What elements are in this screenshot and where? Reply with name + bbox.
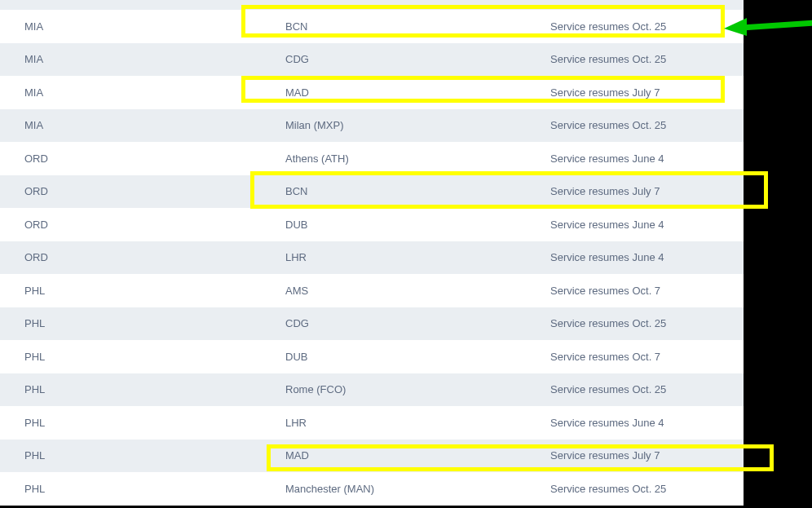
origin-cell: MIA xyxy=(0,20,285,33)
status-cell: Service resumes Oct. 25 xyxy=(550,53,744,65)
table-row: PHLDUBService resumes Oct. 7 xyxy=(0,340,744,373)
table-row: PHLRome (FCO)Service resumes Oct. 25 xyxy=(0,373,744,407)
origin-cell: PHL xyxy=(0,285,285,297)
destination-cell: Manchester (MAN) xyxy=(285,483,550,495)
status-cell: Service resumes Oct. 7 xyxy=(550,351,744,363)
destination-cell: LHR xyxy=(285,251,550,263)
destination-cell: BCN xyxy=(285,185,550,197)
svg-line-0 xyxy=(742,23,812,28)
destination-cell: Milan (MXP) xyxy=(285,119,550,131)
destination-cell: DUB xyxy=(285,219,550,231)
status-cell: Service resumes Oct. 25 xyxy=(550,383,744,395)
table-row: MIABCNService resumes Oct. 25 xyxy=(0,10,744,43)
table-row: MIAMilan (MXP)Service resumes Oct. 25 xyxy=(0,109,744,143)
origin-cell: MIA xyxy=(0,53,285,65)
status-cell: Service resumes June 4 xyxy=(550,219,744,231)
destination-cell: MAD xyxy=(285,449,550,462)
origin-cell: PHL xyxy=(0,483,285,495)
table-row: ORDBCNService resumes July 7 xyxy=(0,175,744,209)
destination-cell: CDG xyxy=(285,53,550,65)
destination-cell: CDG xyxy=(285,317,550,329)
status-cell: Service resumes June 4 xyxy=(550,251,744,263)
origin-cell: ORD xyxy=(0,185,285,197)
table-row: ORDLHRService resumes June 4 xyxy=(0,241,744,275)
status-cell: Service resumes July 7 xyxy=(550,449,744,462)
origin-cell: PHL xyxy=(0,449,285,462)
table-row: MIACDGService resumes Oct. 25 xyxy=(0,43,744,77)
table-row: PHLCDGService resumes Oct. 25 xyxy=(0,307,744,341)
origin-cell: PHL xyxy=(0,383,285,395)
status-cell: Service resumes Oct. 7 xyxy=(550,285,744,297)
origin-cell: ORD xyxy=(0,152,285,165)
origin-cell: PHL xyxy=(0,351,285,363)
table-row: ORDDUBService resumes June 4 xyxy=(0,208,744,241)
table-row: ORDAthens (ATH)Service resumes June 4 xyxy=(0,142,744,175)
svg-marker-1 xyxy=(724,18,747,36)
status-cell: Service resumes June 4 xyxy=(550,152,744,165)
status-cell: Service resumes July 7 xyxy=(550,86,744,99)
status-cell: Service resumes Oct. 25 xyxy=(550,483,744,495)
origin-cell: MIA xyxy=(0,86,285,99)
status-cell: Service resumes June 4 xyxy=(550,417,744,429)
status-cell: Service resumes Oct. 25 xyxy=(550,119,744,131)
status-cell: Service resumes July 7 xyxy=(550,185,744,197)
origin-cell: PHL xyxy=(0,317,285,329)
destination-cell: BCN xyxy=(285,20,550,33)
arrow-icon xyxy=(724,13,812,36)
table-row: PHLMADService resumes July 7 xyxy=(0,440,744,473)
origin-cell: ORD xyxy=(0,251,285,263)
table-row: PHLManchester (MAN)Service resumes Oct. … xyxy=(0,472,744,506)
table-header-row xyxy=(0,0,744,10)
destination-cell: AMS xyxy=(285,285,550,297)
flight-schedule-table: MIABCNService resumes Oct. 25MIACDGServi… xyxy=(0,0,744,506)
table-row: MIAMADService resumes July 7 xyxy=(0,76,744,109)
status-cell: Service resumes Oct. 25 xyxy=(550,20,744,33)
destination-cell: DUB xyxy=(285,351,550,363)
destination-cell: LHR xyxy=(285,417,550,429)
origin-cell: ORD xyxy=(0,219,285,231)
destination-cell: MAD xyxy=(285,86,550,99)
origin-cell: MIA xyxy=(0,119,285,131)
destination-cell: Rome (FCO) xyxy=(285,383,550,395)
destination-cell: Athens (ATH) xyxy=(285,152,550,165)
table-row: PHLAMSService resumes Oct. 7 xyxy=(0,274,744,307)
table-row: PHLLHRService resumes June 4 xyxy=(0,406,744,440)
status-cell: Service resumes Oct. 25 xyxy=(550,317,744,329)
origin-cell: PHL xyxy=(0,417,285,429)
